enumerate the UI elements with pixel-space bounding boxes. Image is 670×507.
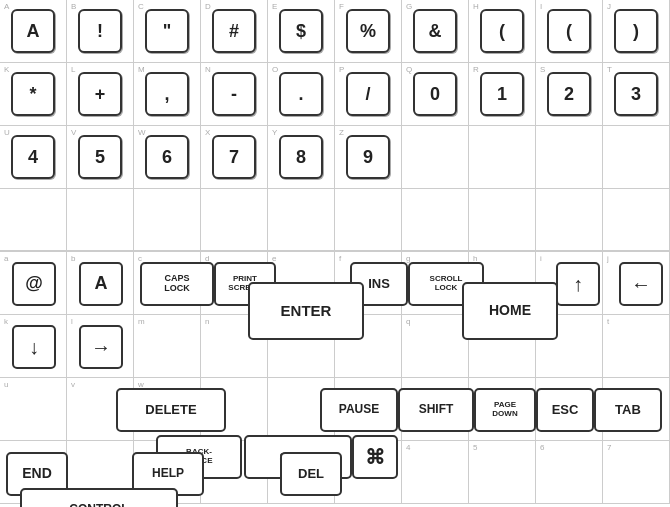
key-6[interactable]: 6 <box>145 135 189 179</box>
key-*[interactable]: * <box>11 72 55 116</box>
top-row-0: AAB!C"D#E$F%G&H(I(J) <box>0 0 670 63</box>
special-key[interactable]: HELP <box>132 452 204 496</box>
cell-label: P <box>339 65 344 74</box>
bottom-section: abcdefghijklmnopqrstuvw1234567 @ACAPS LO… <box>0 252 670 507</box>
top-cell-2-7 <box>469 126 536 189</box>
key-5[interactable]: 5 <box>78 135 122 179</box>
top-cell-1-3: N- <box>201 63 268 126</box>
special-key[interactable]: ESC <box>536 388 594 432</box>
special-overlay: @ACAPS LOCKPRINT SCREENINSSCROLL LOCK↑←↓… <box>0 252 670 507</box>
special-key[interactable]: TAB <box>594 388 662 432</box>
cell-label: B <box>71 2 76 11</box>
cell-label: A <box>4 2 9 11</box>
top-cell-0-7: H( <box>469 0 536 63</box>
top-cell-1-9: T3 <box>603 63 670 126</box>
cell-label: U <box>4 128 10 137</box>
key-,[interactable]: , <box>145 72 189 116</box>
top-cell-2-9 <box>603 126 670 189</box>
special-key[interactable]: ↑ <box>556 262 600 306</box>
key-#[interactable]: # <box>212 9 256 53</box>
key-&[interactable]: & <box>413 9 457 53</box>
special-key[interactable]: SPACE <box>244 435 352 479</box>
special-key[interactable]: CAPS LOCK <box>140 262 214 306</box>
key-![interactable]: ! <box>78 9 122 53</box>
special-key[interactable]: DELETE <box>116 388 226 432</box>
special-key[interactable]: CONTROL <box>20 488 178 507</box>
key-A[interactable]: A <box>11 9 55 53</box>
top-cell-2-3: X7 <box>201 126 268 189</box>
special-key[interactable]: → <box>79 325 123 369</box>
key-7[interactable]: 7 <box>212 135 256 179</box>
top-cell-0-3: D# <box>201 0 268 63</box>
top-cell-2-0: U4 <box>0 126 67 189</box>
top-cell-2-4: Y8 <box>268 126 335 189</box>
top-cell-1-0: K* <box>0 63 67 126</box>
top-cell-0-5: F% <box>335 0 402 63</box>
cell-label: K <box>4 65 9 74</box>
key-$[interactable]: $ <box>279 9 323 53</box>
special-key[interactable]: PRINT SCREEN <box>214 262 276 306</box>
cell-label: Y <box>272 128 277 137</box>
top-cell-2-1: V5 <box>67 126 134 189</box>
special-key[interactable]: INS <box>350 262 408 306</box>
top-cell-0-8: I( <box>536 0 603 63</box>
key-3[interactable]: 3 <box>614 72 658 116</box>
special-key[interactable]: SCROLL LOCK <box>408 262 484 306</box>
special-key[interactable]: PAGE DOWN <box>474 388 536 432</box>
top-row-1: K*L+M,N-O.P/Q0R1S2T3 <box>0 63 670 126</box>
key-1[interactable]: 1 <box>480 72 524 116</box>
special-key[interactable]: HOME <box>462 282 558 340</box>
cell-label: T <box>607 65 612 74</box>
cell-label: C <box>138 2 144 11</box>
top-cell-0-9: J) <box>603 0 670 63</box>
special-key[interactable]: END <box>6 452 68 496</box>
special-key[interactable]: SHIFT <box>398 388 474 432</box>
cell-label: G <box>406 2 412 11</box>
special-key[interactable]: PAUSE <box>320 388 398 432</box>
top-cell-1-2: M, <box>134 63 201 126</box>
top-section: AAB!C"D#E$F%G&H(I(J)K*L+M,N-O.P/Q0R1S2T3… <box>0 0 670 189</box>
key-/[interactable]: / <box>346 72 390 116</box>
special-key[interactable]: @ <box>12 262 56 306</box>
special-key[interactable]: A <box>79 262 123 306</box>
top-cell-0-0: AA <box>0 0 67 63</box>
key-([interactable]: ( <box>480 9 524 53</box>
key-)[interactable]: ) <box>614 9 658 53</box>
key-.[interactable]: . <box>279 72 323 116</box>
key-%[interactable]: % <box>346 9 390 53</box>
cell-label: E <box>272 2 277 11</box>
cell-label: N <box>205 65 211 74</box>
key-0[interactable]: 0 <box>413 72 457 116</box>
special-key[interactable]: DEL <box>280 452 342 496</box>
special-key[interactable]: ← <box>619 262 663 306</box>
key-4[interactable]: 4 <box>11 135 55 179</box>
key-+[interactable]: + <box>78 72 122 116</box>
key-9[interactable]: 9 <box>346 135 390 179</box>
top-cell-1-8: S2 <box>536 63 603 126</box>
cell-label: L <box>71 65 75 74</box>
special-key[interactable]: ENTER <box>248 282 364 340</box>
top-cell-2-5: Z9 <box>335 126 402 189</box>
special-key[interactable]: BACK- SPACE <box>156 435 242 479</box>
top-cell-0-2: C" <box>134 0 201 63</box>
key-"[interactable]: " <box>145 9 189 53</box>
cell-label: X <box>205 128 210 137</box>
key--[interactable]: - <box>212 72 256 116</box>
keyboard-display: AAB!C"D#E$F%G&H(I(J)K*L+M,N-O.P/Q0R1S2T3… <box>0 0 670 507</box>
key-2[interactable]: 2 <box>547 72 591 116</box>
top-row-2: U4V5W6X7Y8Z9 <box>0 126 670 189</box>
top-cell-1-5: P/ <box>335 63 402 126</box>
special-key[interactable]: OPTION <box>246 435 318 479</box>
top-cell-0-1: B! <box>67 0 134 63</box>
cell-label: J <box>607 2 611 11</box>
cell-label: F <box>339 2 344 11</box>
top-cell-1-7: R1 <box>469 63 536 126</box>
top-cell-2-8 <box>536 126 603 189</box>
top-cell-1-6: Q0 <box>402 63 469 126</box>
cell-label: V <box>71 128 76 137</box>
cell-label: I <box>540 2 542 11</box>
special-key[interactable]: ↓ <box>12 325 56 369</box>
key-8[interactable]: 8 <box>279 135 323 179</box>
special-key[interactable]: ⌘ <box>352 435 398 479</box>
key-([interactable]: ( <box>547 9 591 53</box>
